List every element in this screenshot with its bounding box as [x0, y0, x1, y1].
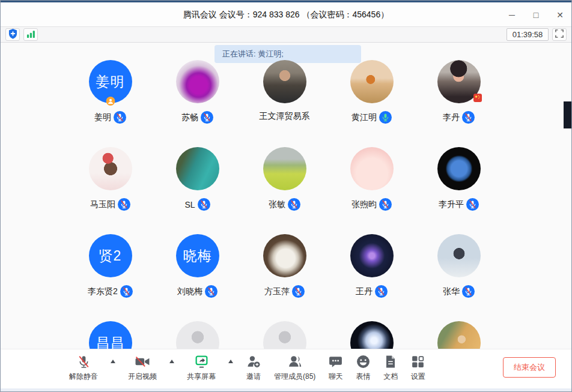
security-button[interactable] [5, 28, 20, 41]
toolbar-chat[interactable]: 聊天 [328, 349, 343, 382]
participant-label: 王丹 [356, 285, 388, 298]
participant-label: 张煦昀 [351, 198, 392, 211]
participant-avatar: 姜明 [89, 60, 132, 103]
status-bar-right: 01:39:58 [507, 28, 567, 41]
mic-muted-icon [288, 198, 300, 211]
document-icon [383, 354, 398, 370]
mic-muted-icon [292, 285, 305, 298]
participant-name: 张华 [443, 286, 460, 297]
host-badge-icon [106, 97, 115, 106]
participant-avatar [437, 234, 481, 277]
participant-cell[interactable]: 张煦昀 [328, 147, 415, 234]
participant-cell[interactable]: 方玉萍 [241, 234, 328, 321]
participant-label: 黄江明 [351, 111, 392, 124]
participant-avatar [89, 147, 132, 190]
mic-muted-icon [120, 285, 133, 298]
toolbar-item-label: 开启视频 [128, 372, 157, 382]
participant-label: 方玉萍 [264, 285, 305, 298]
minimize-button[interactable]: ─ [507, 10, 517, 20]
flag-badge-icon [473, 94, 482, 102]
participant-cell[interactable]: 张敏 [241, 147, 328, 234]
status-bar: 01:39:58 [1, 27, 571, 43]
participant-avatar [263, 321, 306, 349]
participant-cell[interactable] [415, 321, 502, 349]
participant-cell[interactable]: 王丹 [328, 234, 415, 321]
toolbar-item-label: 聊天 [329, 372, 343, 382]
mic-muted-icon [118, 198, 130, 211]
toolbar-settings[interactable]: 设置 [410, 349, 425, 382]
participant-label: 刘晓梅 [177, 285, 218, 298]
participant-avatar [350, 234, 394, 277]
meeting-window: 腾讯会议 会议号：924 833 826 （会议密码：456456） ─ □ ✕… [0, 0, 572, 392]
participant-cell[interactable]: 贤2李东贤2 [67, 234, 154, 321]
participant-name: 黄江明 [351, 112, 377, 123]
chevron-up-icon[interactable] [228, 360, 233, 363]
mic-muted-icon [462, 285, 475, 298]
participant-cell[interactable]: 晓梅刘晓梅 [154, 234, 241, 321]
window-footer-strip [1, 388, 571, 392]
participant-name: 王丹 [356, 286, 373, 297]
status-bar-left [5, 28, 38, 41]
mic-muted-icon [379, 198, 392, 211]
close-button[interactable]: ✕ [555, 10, 565, 20]
participant-label: 张敏 [269, 198, 300, 211]
participant-label: 李东贤2 [88, 285, 133, 298]
participant-avatar: 贤2 [89, 234, 132, 277]
participant-cell[interactable] [154, 321, 241, 349]
participant-cell[interactable]: 苏畅 [154, 60, 241, 147]
participant-name: 方玉萍 [264, 286, 290, 297]
participant-name: 张煦昀 [351, 199, 377, 210]
participant-cell[interactable]: 张华 [415, 234, 502, 321]
camera-off-icon [134, 354, 151, 370]
participant-cell[interactable]: 黄江明 [328, 60, 415, 147]
chevron-up-icon[interactable] [111, 360, 115, 363]
toolbar-item-label: 解除静音 [69, 372, 98, 382]
meeting-timer: 01:39:58 [507, 28, 549, 41]
toolbar-item-label: 共享屏幕 [187, 372, 216, 382]
participant-cell[interactable]: SL [154, 147, 241, 234]
chevron-up-icon[interactable] [169, 360, 174, 363]
participant-cell[interactable]: 姜明姜明 [67, 60, 154, 147]
participant-avatar [437, 147, 481, 190]
end-meeting-button[interactable]: 结束会议 [503, 357, 556, 378]
network-quality-button[interactable] [23, 28, 38, 41]
scrollbar-thumb[interactable] [564, 101, 571, 128]
participant-cell[interactable]: 李升平 [415, 147, 502, 234]
participant-cell[interactable] [241, 321, 328, 349]
participant-name: SL [184, 200, 195, 210]
members-icon [287, 354, 303, 370]
participant-cell[interactable]: 王文潭贸易系 [241, 60, 328, 147]
participant-cell[interactable] [328, 321, 415, 349]
participant-label: 姜明 [94, 111, 126, 124]
bottom-toolbar: 解除静音开启视频共享屏幕邀请管理成员(85)聊天表情文档设置 结束会议 [1, 349, 571, 388]
participant-cell[interactable]: 昌昌 [67, 321, 154, 349]
participant-avatar [350, 147, 394, 190]
participant-avatar [350, 321, 394, 349]
settings-icon [410, 354, 425, 370]
toolbar-mic-muted[interactable]: 解除静音 [69, 349, 98, 382]
fullscreen-button[interactable] [552, 28, 567, 41]
fullscreen-icon [555, 29, 564, 40]
toolbar-items: 解除静音开启视频共享屏幕邀请管理成员(85)聊天表情文档设置 [69, 349, 425, 388]
toolbar-item-label: 邀请 [246, 372, 261, 382]
participant-cell[interactable]: 马玉阳 [67, 147, 154, 234]
participant-cell[interactable]: 李丹 [415, 60, 502, 147]
toolbar-share-screen[interactable]: 共享屏幕 [187, 349, 216, 382]
toolbar-camera-off[interactable]: 开启视频 [128, 349, 157, 382]
toolbar-item-label: 表情 [356, 372, 371, 382]
toolbar-item-label: 设置 [411, 372, 425, 382]
participant-label: 苏畅 [181, 111, 213, 124]
toolbar-invite[interactable]: 邀请 [246, 349, 261, 382]
participant-avatar: 昌昌 [89, 321, 132, 349]
toolbar-emoji[interactable]: 表情 [356, 349, 371, 382]
participant-label: 李丹 [443, 111, 475, 124]
participant-name: 马玉阳 [90, 199, 115, 210]
participant-label: 王文潭贸易系 [260, 111, 310, 122]
maximize-button[interactable]: □ [531, 10, 541, 20]
chat-icon [328, 354, 343, 370]
toolbar-document[interactable]: 文档 [383, 349, 398, 382]
participant-avatar [263, 234, 306, 277]
toolbar-members[interactable]: 管理成员(85) [274, 349, 315, 382]
signal-bars-icon [26, 29, 35, 40]
mic-muted-icon [466, 198, 479, 211]
